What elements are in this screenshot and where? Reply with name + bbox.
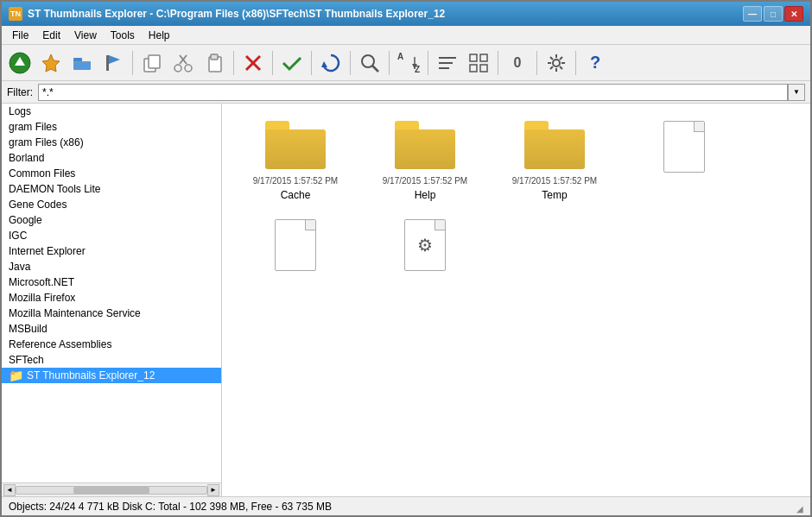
separator-1 — [132, 51, 133, 75]
menu-help[interactable]: Help — [142, 28, 177, 43]
menu-file[interactable]: File — [5, 28, 35, 43]
tree-item[interactable]: Borland — [2, 150, 221, 166]
tree-item-label: Mozilla Firefox — [9, 292, 75, 304]
main-content: Logsgram Filesgram Files (x86)BorlandCom… — [2, 104, 810, 496]
thumbnail-folder[interactable]: 9/17/2015 1:57:52 PM Temp — [498, 121, 611, 202]
folder-icon — [265, 121, 326, 169]
horizontal-scrollbar[interactable]: ◄ ► — [2, 482, 221, 496]
search-button[interactable] — [355, 48, 384, 78]
tree-item[interactable]: Google — [2, 212, 221, 228]
svg-rect-28 — [470, 65, 477, 72]
tree-item-label: gram Files (x86) — [9, 136, 84, 148]
tree-item[interactable]: 📁ST Thumbnails Explorer_12 — [2, 368, 221, 383]
tree-item-label: Internet Explorer — [9, 245, 86, 257]
svg-marker-2 — [42, 54, 60, 72]
sort-button[interactable]: A Z — [394, 48, 423, 78]
svg-point-19 — [362, 55, 374, 67]
tree-item[interactable]: IGC — [2, 228, 221, 243]
svg-point-13 — [185, 65, 192, 72]
tree-item[interactable]: Mozilla Maintenance Service — [2, 306, 221, 321]
view-mode-button[interactable] — [464, 48, 493, 78]
title-bar: TN ST Thumbnails Explorer - C:\Program F… — [2, 2, 810, 26]
tree-item[interactable]: Java — [2, 259, 221, 274]
thumbnail-folder[interactable]: 9/17/2015 1:57:52 PM Cache — [239, 121, 352, 202]
tree-view[interactable]: Logsgram Filesgram Files (x86)BorlandCom… — [2, 104, 221, 482]
select-all-button[interactable] — [277, 48, 307, 78]
menu-view[interactable]: View — [67, 28, 104, 43]
svg-marker-7 — [109, 55, 120, 64]
tree-item-label: Borland — [9, 152, 44, 164]
tree-item[interactable]: SFTech — [2, 352, 221, 368]
filter-input[interactable] — [38, 84, 788, 101]
maximize-button[interactable]: □ — [764, 6, 783, 22]
tree-item-label: Microsoft.NET — [9, 276, 74, 288]
tree-item[interactable]: Gene Codes — [2, 197, 221, 212]
go-up-button[interactable] — [5, 48, 35, 78]
scroll-right-button[interactable]: ► — [207, 484, 219, 496]
svg-rect-9 — [149, 55, 160, 68]
minimize-button[interactable]: — — [743, 6, 762, 22]
tree-item[interactable]: MSBuild — [2, 321, 221, 337]
tree-item-label: SFTech — [9, 354, 44, 366]
tree-item-label: DAEMON Tools Lite — [9, 183, 100, 195]
tree-item-label: MSBuild — [9, 323, 48, 335]
tree-item[interactable]: gram Files (x86) — [2, 135, 221, 150]
thumbnail-file[interactable] — [239, 219, 352, 282]
tree-item-label: IGC — [9, 230, 27, 242]
expand-button[interactable] — [433, 48, 462, 78]
svg-rect-29 — [480, 65, 487, 72]
title-left: TN ST Thumbnails Explorer - C:\Program F… — [9, 7, 445, 21]
delete-button[interactable] — [238, 48, 268, 78]
bookmark-button[interactable] — [36, 48, 66, 78]
move-button[interactable] — [98, 48, 128, 78]
svg-point-30 — [553, 60, 560, 66]
menu-tools[interactable]: Tools — [104, 28, 142, 43]
separator-9 — [536, 51, 537, 75]
separator-7 — [428, 51, 428, 75]
menu-edit[interactable]: Edit — [35, 28, 67, 43]
thumbnail-date: 9/17/2015 1:57:52 PM — [512, 176, 597, 186]
separator-5 — [350, 51, 351, 75]
folder-icon — [524, 121, 585, 169]
scroll-left-button[interactable]: ◄ — [3, 484, 16, 496]
cut-button[interactable] — [168, 48, 198, 78]
separator-4 — [311, 51, 312, 75]
tree-item-label: ST Thumbnails Explorer_12 — [27, 369, 155, 381]
filter-dropdown-button[interactable]: ▼ — [788, 84, 805, 101]
tree-item[interactable]: Logs — [2, 104, 221, 119]
close-button[interactable]: ✕ — [784, 6, 803, 22]
tree-item[interactable]: Mozilla Firefox — [2, 290, 221, 306]
tree-item[interactable]: DAEMON Tools Lite — [2, 181, 221, 197]
counter-button[interactable]: 0 — [503, 48, 532, 78]
svg-rect-6 — [106, 55, 109, 71]
refresh-button[interactable] — [316, 48, 346, 78]
tree-item-label: Logs — [9, 105, 31, 117]
folder-icon — [395, 121, 455, 169]
scroll-thumb[interactable] — [73, 487, 149, 494]
thumbnails-area[interactable]: 9/17/2015 1:57:52 PM Cache 9/17/2015 1:5… — [222, 104, 810, 496]
paste-button[interactable] — [200, 48, 229, 78]
tree-item-label: Gene Codes — [9, 199, 67, 211]
copy-button[interactable] — [137, 48, 167, 78]
tree-item[interactable]: gram Files — [2, 119, 221, 135]
svg-rect-15 — [211, 54, 218, 60]
filter-label: Filter: — [7, 86, 33, 98]
svg-rect-27 — [480, 54, 487, 61]
help-button[interactable]: ? — [580, 48, 610, 78]
tree-item[interactable]: Common Files — [2, 166, 221, 181]
tree-item[interactable]: Microsoft.NET — [2, 274, 221, 290]
separator-3 — [272, 51, 273, 75]
resize-grip[interactable]: ◢ — [790, 500, 803, 514]
scroll-track[interactable] — [16, 486, 207, 495]
thumbnail-file-gear[interactable]: ⚙ — [369, 219, 481, 282]
thumbnail-folder[interactable]: 9/17/2015 1:57:52 PM Help — [369, 121, 481, 202]
title-text: ST Thumbnails Explorer - C:\Program File… — [28, 8, 445, 20]
tree-item[interactable]: Internet Explorer — [2, 243, 221, 259]
settings-button[interactable] — [542, 48, 571, 78]
tree-item-label: gram Files — [9, 121, 57, 133]
folder-icon: 📁 — [9, 369, 23, 382]
tree-item[interactable]: Reference Assemblies — [2, 337, 221, 352]
tree-item-label: Reference Assemblies — [9, 338, 111, 350]
open-button[interactable] — [67, 48, 97, 78]
thumbnail-file[interactable] — [628, 121, 740, 202]
